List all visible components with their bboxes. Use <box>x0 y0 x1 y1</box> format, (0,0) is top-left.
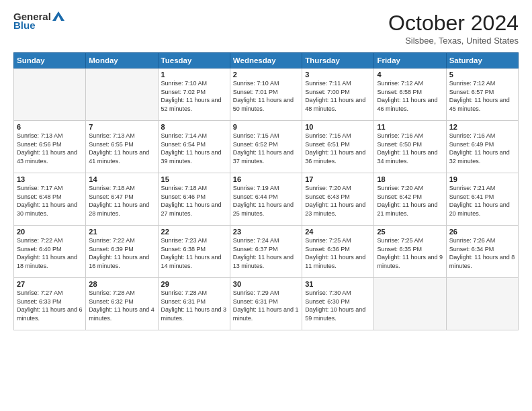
calendar-cell: 23Sunrise: 7:24 AM Sunset: 6:37 PM Dayli… <box>230 226 302 278</box>
day-info: Sunrise: 7:26 AM Sunset: 6:34 PM Dayligh… <box>449 236 515 270</box>
calendar-cell: 24Sunrise: 7:25 AM Sunset: 6:36 PM Dayli… <box>302 226 374 278</box>
day-info: Sunrise: 7:25 AM Sunset: 6:35 PM Dayligh… <box>377 236 443 270</box>
calendar-week-1: 1Sunrise: 7:10 AM Sunset: 7:02 PM Daylig… <box>14 68 519 121</box>
day-info: Sunrise: 7:10 AM Sunset: 7:02 PM Dayligh… <box>161 79 227 113</box>
day-info: Sunrise: 7:25 AM Sunset: 6:36 PM Dayligh… <box>305 236 371 270</box>
calendar-cell: 12Sunrise: 7:16 AM Sunset: 6:49 PM Dayli… <box>446 121 518 173</box>
day-info: Sunrise: 7:14 AM Sunset: 6:54 PM Dayligh… <box>161 132 227 165</box>
calendar-week-2: 6Sunrise: 7:13 AM Sunset: 6:56 PM Daylig… <box>14 121 519 173</box>
calendar-header-tuesday: Tuesday <box>158 53 230 68</box>
calendar-cell: 13Sunrise: 7:17 AM Sunset: 6:48 PM Dayli… <box>14 173 86 226</box>
calendar-cell: 28Sunrise: 7:28 AM Sunset: 6:32 PM Dayli… <box>86 278 158 330</box>
day-info: Sunrise: 7:12 AM Sunset: 6:58 PM Dayligh… <box>377 79 443 113</box>
day-number: 20 <box>17 228 83 236</box>
day-number: 30 <box>233 280 299 288</box>
calendar-cell: 25Sunrise: 7:25 AM Sunset: 6:35 PM Dayli… <box>374 226 446 278</box>
day-number: 31 <box>305 280 371 288</box>
day-info: Sunrise: 7:20 AM Sunset: 6:42 PM Dayligh… <box>377 184 443 218</box>
calendar-cell <box>14 68 86 121</box>
day-info: Sunrise: 7:17 AM Sunset: 6:48 PM Dayligh… <box>17 184 83 218</box>
day-number: 23 <box>233 228 299 236</box>
day-number: 29 <box>161 280 227 288</box>
title-block: October 2024 Silsbee, Texas, United Stat… <box>388 11 519 46</box>
calendar-header-sunday: Sunday <box>14 53 86 68</box>
day-number: 18 <box>377 175 443 183</box>
day-number: 5 <box>449 71 515 79</box>
day-info: Sunrise: 7:10 AM Sunset: 7:01 PM Dayligh… <box>233 79 299 113</box>
day-info: Sunrise: 7:19 AM Sunset: 6:44 PM Dayligh… <box>233 184 299 218</box>
calendar-cell <box>374 278 446 330</box>
day-number: 10 <box>305 123 371 131</box>
day-number: 26 <box>449 228 515 236</box>
calendar-cell: 29Sunrise: 7:28 AM Sunset: 6:31 PM Dayli… <box>158 278 230 330</box>
calendar-cell: 19Sunrise: 7:21 AM Sunset: 6:41 PM Dayli… <box>446 173 518 226</box>
day-number: 28 <box>89 280 154 288</box>
day-number: 13 <box>17 175 83 183</box>
day-number: 12 <box>449 123 515 131</box>
day-number: 15 <box>161 175 227 183</box>
calendar-cell: 31Sunrise: 7:30 AM Sunset: 6:30 PM Dayli… <box>302 278 374 330</box>
day-number: 7 <box>89 123 154 131</box>
header: General Blue October 2024 Silsbee, Texas… <box>13 11 519 46</box>
calendar-header-row: SundayMondayTuesdayWednesdayThursdayFrid… <box>14 53 519 68</box>
month-title: October 2024 <box>388 11 519 36</box>
day-number: 27 <box>17 280 83 288</box>
day-info: Sunrise: 7:24 AM Sunset: 6:37 PM Dayligh… <box>233 236 299 270</box>
day-number: 24 <box>305 228 371 236</box>
logo-icon <box>52 11 64 21</box>
day-number: 25 <box>377 228 443 236</box>
calendar-cell: 30Sunrise: 7:29 AM Sunset: 6:31 PM Dayli… <box>230 278 302 330</box>
day-info: Sunrise: 7:27 AM Sunset: 6:33 PM Dayligh… <box>17 289 83 322</box>
day-number: 14 <box>89 175 154 183</box>
day-number: 22 <box>161 228 227 236</box>
calendar-week-3: 13Sunrise: 7:17 AM Sunset: 6:48 PM Dayli… <box>14 173 519 226</box>
calendar-cell: 11Sunrise: 7:16 AM Sunset: 6:50 PM Dayli… <box>374 121 446 173</box>
day-info: Sunrise: 7:21 AM Sunset: 6:41 PM Dayligh… <box>449 184 515 218</box>
calendar-week-5: 27Sunrise: 7:27 AM Sunset: 6:33 PM Dayli… <box>14 278 519 330</box>
day-number: 1 <box>161 71 227 79</box>
day-number: 8 <box>161 123 227 131</box>
day-number: 21 <box>89 228 154 236</box>
calendar-cell: 5Sunrise: 7:12 AM Sunset: 6:57 PM Daylig… <box>446 68 518 121</box>
day-info: Sunrise: 7:16 AM Sunset: 6:50 PM Dayligh… <box>377 132 443 165</box>
day-info: Sunrise: 7:13 AM Sunset: 6:55 PM Dayligh… <box>89 132 154 165</box>
day-number: 6 <box>17 123 83 131</box>
page: General Blue October 2024 Silsbee, Texas… <box>0 0 532 411</box>
day-number: 16 <box>233 175 299 183</box>
calendar-cell: 8Sunrise: 7:14 AM Sunset: 6:54 PM Daylig… <box>158 121 230 173</box>
calendar-header-saturday: Saturday <box>446 53 518 68</box>
day-info: Sunrise: 7:16 AM Sunset: 6:49 PM Dayligh… <box>449 132 515 165</box>
calendar-cell: 10Sunrise: 7:15 AM Sunset: 6:51 PM Dayli… <box>302 121 374 173</box>
logo-blue: Blue <box>13 19 36 31</box>
day-info: Sunrise: 7:11 AM Sunset: 7:00 PM Dayligh… <box>305 79 371 113</box>
calendar-cell <box>86 68 158 121</box>
calendar-cell: 20Sunrise: 7:22 AM Sunset: 6:40 PM Dayli… <box>14 226 86 278</box>
calendar-header-wednesday: Wednesday <box>230 53 302 68</box>
calendar-cell: 15Sunrise: 7:18 AM Sunset: 6:46 PM Dayli… <box>158 173 230 226</box>
calendar-cell: 21Sunrise: 7:22 AM Sunset: 6:39 PM Dayli… <box>86 226 158 278</box>
calendar-week-4: 20Sunrise: 7:22 AM Sunset: 6:40 PM Dayli… <box>14 226 519 278</box>
calendar-cell: 26Sunrise: 7:26 AM Sunset: 6:34 PM Dayli… <box>446 226 518 278</box>
day-info: Sunrise: 7:15 AM Sunset: 6:52 PM Dayligh… <box>233 132 299 165</box>
day-info: Sunrise: 7:22 AM Sunset: 6:39 PM Dayligh… <box>89 236 154 270</box>
calendar-cell: 27Sunrise: 7:27 AM Sunset: 6:33 PM Dayli… <box>14 278 86 330</box>
day-number: 2 <box>233 71 299 79</box>
day-number: 3 <box>305 71 371 79</box>
day-info: Sunrise: 7:12 AM Sunset: 6:57 PM Dayligh… <box>449 79 515 113</box>
calendar-cell: 22Sunrise: 7:23 AM Sunset: 6:38 PM Dayli… <box>158 226 230 278</box>
day-info: Sunrise: 7:23 AM Sunset: 6:38 PM Dayligh… <box>161 236 227 270</box>
calendar-cell: 4Sunrise: 7:12 AM Sunset: 6:58 PM Daylig… <box>374 68 446 121</box>
calendar-table: SundayMondayTuesdayWednesdayThursdayFrid… <box>13 52 519 330</box>
day-number: 9 <box>233 123 299 131</box>
day-info: Sunrise: 7:28 AM Sunset: 6:32 PM Dayligh… <box>89 289 154 322</box>
day-info: Sunrise: 7:30 AM Sunset: 6:30 PM Dayligh… <box>305 289 371 322</box>
calendar-header-thursday: Thursday <box>302 53 374 68</box>
day-info: Sunrise: 7:20 AM Sunset: 6:43 PM Dayligh… <box>305 184 371 218</box>
calendar-header-friday: Friday <box>374 53 446 68</box>
location: Silsbee, Texas, United States <box>388 36 519 46</box>
calendar-cell <box>446 278 518 330</box>
day-number: 17 <box>305 175 371 183</box>
day-info: Sunrise: 7:15 AM Sunset: 6:51 PM Dayligh… <box>305 132 371 165</box>
calendar-cell: 7Sunrise: 7:13 AM Sunset: 6:55 PM Daylig… <box>86 121 158 173</box>
calendar-header-monday: Monday <box>86 53 158 68</box>
